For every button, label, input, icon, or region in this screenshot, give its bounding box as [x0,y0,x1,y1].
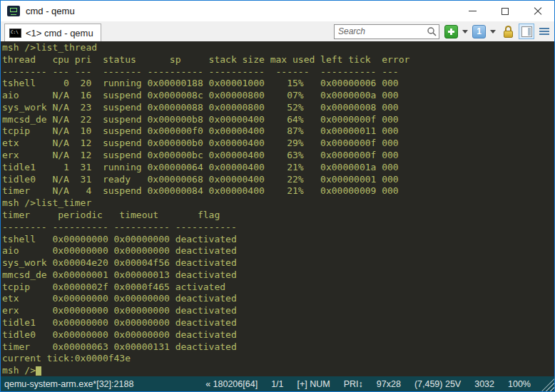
console-area[interactable]: msh />list_threadthread cpu pri status s… [1,41,554,376]
menu-icon[interactable] [539,28,549,35]
close-button[interactable] [521,1,554,21]
panel-toggle-button[interactable] [519,24,534,39]
console-line: timer 0x00000063 0x00000131 deactivated [2,341,554,354]
status-right: « 180206[64] 1/1 [+] NUM PRI↕ 97x28 (7,4… [205,379,531,389]
console-line: tshell 0x00000000 0x00000000 deactivated [2,234,554,246]
sidebar-square-icon [521,26,532,37]
status-process: qemu-system-arm.exe*[32]:2188 [4,379,133,389]
close-icon [534,7,542,16]
maximize-icon [501,8,509,15]
console-line: etx 0x00000000 0x00000000 deactivated [2,293,554,305]
new-console-dropdown-icon[interactable] [462,30,468,33]
active-console-button[interactable]: 1 [472,25,486,38]
console-line: tidle1 0x00000000 0x00000000 deactivated [2,317,554,329]
console-line: aio N/A 16 suspend 0x0000008c 0x00000800… [2,90,554,102]
console-line: tcpip N/A 10 suspend 0x000000f0 0x000004… [2,125,554,138]
console-line: mmcsd_de N/A 22 suspend 0x000000b8 0x000… [2,114,554,126]
toolbar: 1 [444,24,551,39]
terminal-cursor [36,366,41,376]
minimize-icon [469,11,477,11]
console-line: aio 0x00000000 0x00000000 deactivated [2,245,554,257]
status-console-count: 1/1 [271,379,283,389]
search-input[interactable] [338,26,427,36]
search-icon[interactable] [427,26,437,36]
console-line: msh /> [2,365,554,376]
status-console-size: 97x28 [377,379,401,389]
console-output: msh />list_threadthread cpu pri status s… [2,42,554,376]
console-line: timer periodic timeout flag [2,210,554,222]
console-line: sys_work N/A 23 suspend 0x00000088 0x000… [2,102,554,114]
maximize-button[interactable] [489,1,521,21]
console-line: mmcsd_de 0x00000001 0x00000013 deactivat… [2,269,554,282]
console-line: tidle1 1 31 running 0x00000064 0x0000040… [2,162,554,174]
search-box [334,24,439,39]
titlebar: cmd - qemu [1,1,554,21]
console-list-dropdown-icon[interactable] [490,30,496,33]
console-line: etx N/A 12 suspend 0x000000b0 0x00000400… [2,138,554,150]
console-line: tshell 0 20 running 0x00000188 0x0000100… [2,78,554,90]
conemu-window: cmd - qemu C:\ <1> cmd - qemu 1 [0,0,555,392]
console-line: tidle0 N/A 31 ready 0x00000068 0x0000040… [2,174,554,186]
lock-icon[interactable] [503,26,514,38]
console-line: tidle0 0x00000000 0x00000000 deactivated [2,329,554,341]
console-line: -------- --- --- ------- ---------- ----… [2,66,554,78]
console-line: erx 0x00000000 0x00000000 deactivated [2,305,554,317]
console-line: msh />list_thread [2,42,554,54]
console-line: sys_work 0x00004e20 0x00004f56 deactivat… [2,257,554,269]
tab-cmd-qemu[interactable]: C:\ <1> cmd - qemu [4,24,101,41]
console-line: -------- ---------- ---------- ---------… [2,222,554,234]
cmd-prompt-icon: C:\ [9,29,21,38]
status-numlock: [+] NUM [297,379,330,389]
tab-label: <1> cmd - qemu [26,28,93,38]
console-line: tcpip 0x0000002f 0x0000f465 activated [2,282,554,294]
status-value: 3032 [474,379,494,389]
window-title: cmd - qemu [26,6,75,16]
app-icon [7,6,20,16]
console-line: current tick:0x0000f43e [2,353,554,365]
status-bar: qemu-system-arm.exe*[32]:2188 « 180206[6… [1,376,554,391]
console-line: thread cpu pri status sp stack size max … [2,54,554,66]
tab-bar: C:\ <1> cmd - qemu 1 [1,21,554,41]
console-line: msh />list_timer [2,197,554,210]
new-console-button[interactable] [444,25,458,38]
status-zoom: 100% [508,379,531,389]
console-line: erx N/A 12 suspend 0x000000bc 0x00000400… [2,150,554,162]
status-priority: PRI↕ [344,379,363,389]
status-cursor-info: (7,459) 25V [414,379,461,389]
console-line: timer N/A 4 suspend 0x00000084 0x0000040… [2,185,554,197]
minimize-button[interactable] [456,1,489,21]
resize-grip-icon[interactable] [541,378,554,391]
status-build: « 180206[64] [205,379,258,389]
